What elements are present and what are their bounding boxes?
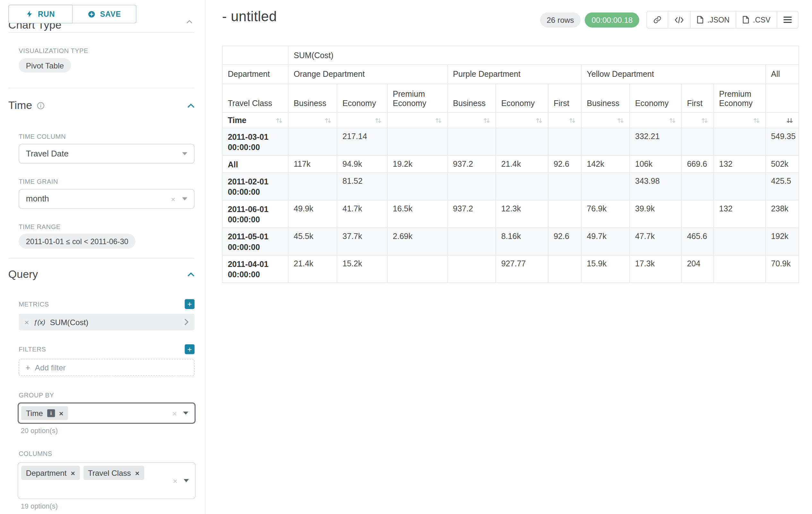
class-header: Premium Economy: [714, 84, 766, 112]
value-cell: 17.3k: [630, 255, 682, 283]
remove-pill-icon[interactable]: ×: [70, 469, 75, 477]
file-icon: [743, 16, 749, 24]
value-cell: 47.7k: [630, 228, 682, 255]
filters-label: FILTERS: [19, 346, 46, 353]
sort-header[interactable]: [496, 112, 548, 128]
file-icon: [697, 16, 704, 24]
menu-button[interactable]: [777, 11, 799, 29]
sort-icon: [375, 117, 382, 124]
download-json-button[interactable]: .JSON: [690, 11, 736, 29]
sort-header[interactable]: [682, 112, 714, 128]
value-cell: [447, 173, 496, 200]
value-cell: [447, 128, 496, 156]
clear-icon[interactable]: ×: [173, 477, 177, 484]
chart-title[interactable]: - untitled: [222, 9, 277, 25]
clear-icon[interactable]: ×: [171, 195, 175, 203]
sort-icon: [569, 117, 576, 124]
row-header: 2011-06-01 00:00:00: [223, 200, 288, 228]
pill-label: Time: [26, 409, 43, 417]
add-filter-button[interactable]: +: [185, 344, 195, 354]
time-grain-select[interactable]: month ×: [19, 189, 195, 209]
metric-pill[interactable]: × ƒ(x) SUM(Cost): [19, 314, 195, 330]
remove-pill-icon[interactable]: ×: [135, 469, 139, 477]
chevron-up-icon[interactable]: [186, 20, 192, 24]
collapse-section-icon[interactable]: [187, 272, 195, 277]
row-header: 2011-04-01 00:00:00: [223, 255, 288, 283]
group-by-select[interactable]: Time i × ×: [18, 403, 196, 424]
class-header: First: [682, 84, 714, 112]
columns-select[interactable]: Department × Travel Class × ×: [18, 462, 196, 499]
add-filter-box[interactable]: + Add filter: [19, 359, 195, 376]
visualization-type-pill[interactable]: Pivot Table: [19, 58, 71, 73]
hamburger-icon: [783, 16, 792, 23]
value-cell: 15.9k: [581, 255, 629, 283]
value-cell: 94.9k: [337, 156, 387, 172]
table-row: 2011-06-01 00:00:0049.9k41.7k16.5k937.21…: [223, 200, 799, 228]
run-save-group: RUN SAVE: [8, 5, 137, 23]
time-range-pill[interactable]: 2011-01-01 ≤ col < 2011-06-30: [19, 234, 136, 249]
value-cell: 8.16k: [496, 228, 548, 255]
sort-header[interactable]: [714, 112, 766, 128]
divider: [8, 258, 195, 259]
sort-header[interactable]: [765, 112, 799, 128]
export-button-group: .JSON .CSV: [647, 11, 799, 29]
embed-code-button[interactable]: [668, 11, 691, 29]
value-cell: 332.21: [630, 128, 682, 156]
copy-link-button[interactable]: [647, 11, 669, 29]
add-metric-button[interactable]: +: [185, 299, 195, 309]
toolbar: 26 rows 00:00:00.18 .JSON .CSV: [540, 11, 799, 29]
value-cell: [387, 173, 448, 200]
collapse-section-icon[interactable]: [187, 103, 195, 108]
row-header: 2011-03-01 00:00:00: [223, 128, 288, 156]
value-cell: 669.6: [682, 156, 714, 172]
sort-header[interactable]: [337, 112, 387, 128]
value-cell: 15.2k: [337, 255, 387, 283]
value-cell: 117k: [288, 156, 337, 172]
columns-options-hint: 19 option(s): [21, 502, 58, 510]
group-by-options-hint: 20 option(s): [21, 427, 58, 435]
sort-header[interactable]: [581, 112, 629, 128]
value-cell: 192k: [765, 228, 799, 255]
value-cell: 937.2: [447, 200, 496, 228]
filters-label-row: FILTERS +: [19, 344, 195, 354]
value-cell: 425.5: [765, 173, 799, 200]
value-cell: [387, 128, 448, 156]
value-cell: 549.35: [765, 128, 799, 156]
sort-header[interactable]: [630, 112, 682, 128]
table-row: All117k94.9k19.2k937.221.4k92.6142k106k6…: [223, 156, 799, 172]
sort-header[interactable]: [548, 112, 581, 128]
value-cell: 217.14: [337, 128, 387, 156]
pivot-table: SUM(Cost)DepartmentOrange DepartmentPurp…: [222, 46, 799, 283]
save-button[interactable]: SAVE: [72, 5, 137, 23]
sort-header-time[interactable]: Time: [223, 112, 288, 128]
clear-icon[interactable]: ×: [172, 409, 177, 417]
sort-icon: [324, 117, 331, 124]
remove-metric-icon[interactable]: ×: [24, 318, 29, 326]
value-cell: [682, 128, 714, 156]
group-header: Purple Department: [447, 64, 581, 84]
value-cell: 19.2k: [387, 156, 448, 172]
chart-panel: - untitled 26 rows 00:00:00.18 .JSON .CS…: [205, 0, 812, 514]
sort-header[interactable]: [387, 112, 448, 128]
sort-header[interactable]: [288, 112, 337, 128]
run-button[interactable]: RUN: [8, 5, 72, 23]
class-header-row: Travel ClassBusinessEconomyPremium Econo…: [223, 84, 799, 112]
value-cell: 21.4k: [496, 156, 548, 172]
download-csv-button[interactable]: .CSV: [736, 11, 777, 29]
time-column-select[interactable]: Travel Date: [19, 144, 195, 164]
link-icon: [654, 16, 662, 24]
value-cell: 937.2: [447, 156, 496, 172]
sort-header[interactable]: [447, 112, 496, 128]
screen: Chart Type RUN SAVE VISUALIZATION TYPE P…: [0, 0, 812, 514]
sort-icon: [669, 117, 676, 124]
query-duration-badge: 00:00:00.18: [585, 12, 639, 27]
value-cell: 204: [682, 255, 714, 283]
value-cell: [682, 173, 714, 200]
value-cell: 343.98: [630, 173, 682, 200]
sort-icon: [753, 117, 760, 124]
json-label: .JSON: [707, 16, 729, 24]
sort-row: Time: [223, 112, 799, 128]
value-cell: [288, 173, 337, 200]
remove-pill-icon[interactable]: ×: [59, 410, 63, 417]
superset-explore-view: Chart Type RUN SAVE VISUALIZATION TYPE P…: [0, 0, 812, 514]
